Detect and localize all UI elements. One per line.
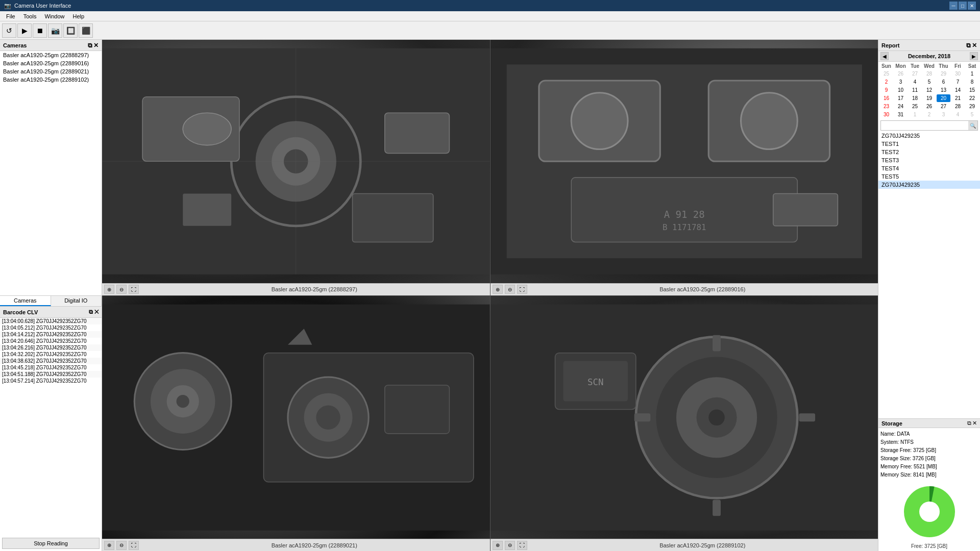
cal-day-0-3[interactable]: 28 (922, 70, 936, 78)
cal-day-4-1[interactable]: 24 (894, 103, 908, 110)
cal-day-2-1[interactable]: 10 (894, 86, 908, 94)
toolbar-btn-2[interactable]: ▶ (17, 23, 32, 38)
cal-day-2-6[interactable]: 15 (965, 86, 979, 94)
cal-day-3-6[interactable]: 22 (965, 94, 979, 102)
cal-day-1-3[interactable]: 5 (922, 78, 936, 86)
cam2-fit[interactable]: ⛶ (517, 285, 527, 294)
menu-window[interactable]: Window (40, 13, 68, 19)
cam1-fit[interactable]: ⛶ (129, 285, 139, 294)
restore-button[interactable]: □ (959, 2, 967, 10)
search-input[interactable] (881, 122, 968, 129)
toolbar-btn-1[interactable]: ↺ (2, 23, 16, 38)
cal-day-0-0[interactable]: 25 (879, 70, 893, 78)
cal-day-5-2[interactable]: 1 (908, 111, 922, 118)
report-item-2[interactable]: TEST2 (878, 148, 980, 156)
cam1-zoom-out[interactable]: ⊖ (116, 285, 127, 294)
menu-tools[interactable]: Tools (19, 13, 41, 19)
cal-day-4-2[interactable]: 25 (908, 103, 922, 110)
cal-next-button[interactable]: ▶ (970, 52, 978, 60)
cal-day-3-1[interactable]: 17 (894, 94, 908, 102)
report-item-4[interactable]: TEST4 (878, 164, 980, 172)
cal-day-4-6[interactable]: 29 (965, 103, 979, 110)
cal-day-2-0[interactable]: 9 (879, 86, 893, 94)
cam3-zoom-out[interactable]: ⊖ (116, 541, 127, 550)
report-item-3[interactable]: TEST3 (878, 156, 980, 164)
report-item-6[interactable]: ZG70JJ429235 (878, 181, 980, 189)
cal-day-0-4[interactable]: 29 (937, 70, 950, 78)
menu-help[interactable]: Help (69, 13, 89, 19)
report-item-5[interactable]: TEST5 (878, 172, 980, 181)
cal-day-4-0[interactable]: 23 (879, 103, 893, 110)
cal-day-3-0[interactable]: 16 (879, 94, 893, 102)
toolbar-btn-5[interactable]: 🔲 (63, 23, 78, 38)
toolbar-btn-3[interactable]: ⏹ (33, 23, 47, 38)
camera-item-3[interactable]: Basler acA1920-25gm (22889021) (0, 67, 102, 76)
cal-day-3-3[interactable]: 19 (922, 94, 936, 102)
minimize-button[interactable]: ─ (949, 2, 958, 10)
cam2-zoom-out[interactable]: ⊖ (505, 285, 515, 294)
cam1-zoom-in[interactable]: ⊕ (104, 285, 114, 294)
cameras-close-button[interactable]: ✕ (93, 42, 99, 49)
report-header-controls[interactable]: ⧉ ✕ (966, 42, 977, 49)
cal-day-2-4[interactable]: 13 (937, 86, 950, 94)
cal-day-5-1[interactable]: 31 (894, 111, 908, 118)
cal-day-2-2[interactable]: 11 (908, 86, 922, 94)
search-button[interactable]: 🔍 (968, 121, 977, 130)
cam4-zoom-in[interactable]: ⊕ (493, 541, 503, 550)
cam4-fit[interactable]: ⛶ (517, 541, 527, 550)
camera-item-4[interactable]: Basler acA1920-25gm (22889102) (0, 76, 102, 84)
cameras-float-button[interactable]: ⧉ (88, 42, 92, 49)
cal-day-3-4[interactable]: 20 (937, 94, 950, 102)
cal-day-5-3[interactable]: 2 (922, 111, 936, 118)
cal-day-1-0[interactable]: 2 (879, 78, 893, 86)
cal-day-1-4[interactable]: 6 (937, 78, 950, 86)
cal-day-3-5[interactable]: 21 (951, 94, 965, 102)
camera-item-1[interactable]: Basler acA1920-25gm (22888297) (0, 51, 102, 59)
tab-digital-io[interactable]: Digital IO (51, 296, 102, 306)
cal-day-5-4[interactable]: 3 (937, 111, 950, 118)
toolbar-btn-6[interactable]: ⬛ (79, 23, 93, 38)
close-button[interactable]: ✕ (968, 2, 976, 10)
barcode-header-controls[interactable]: ⧉ ✕ (89, 309, 99, 315)
report-float-button[interactable]: ⧉ (966, 42, 971, 49)
barcode-close-button[interactable]: ✕ (94, 309, 99, 315)
cal-day-1-5[interactable]: 7 (951, 78, 965, 86)
cam4-zoom-out[interactable]: ⊖ (505, 541, 515, 550)
cam2-zoom-in[interactable]: ⊕ (493, 285, 503, 294)
toolbar-btn-4[interactable]: 📷 (48, 23, 62, 38)
storage-header-controls[interactable]: ⧉ ✕ (967, 420, 977, 427)
cal-day-2-5[interactable]: 14 (951, 86, 965, 94)
cameras-header-controls[interactable]: ⧉ ✕ (88, 42, 99, 49)
cal-day-4-4[interactable]: 27 (937, 103, 950, 110)
report-item-1[interactable]: TEST1 (878, 140, 980, 148)
cal-day-4-5[interactable]: 28 (951, 103, 965, 110)
storage-close-button[interactable]: ✕ (972, 420, 977, 427)
window-controls[interactable]: ─ □ ✕ (949, 2, 976, 10)
cal-prev-button[interactable]: ◀ (880, 52, 889, 60)
cal-day-0-2[interactable]: 27 (908, 70, 922, 78)
menu-file[interactable]: File (2, 13, 19, 19)
camera-image-2: A 91 28 B 1171781 (491, 40, 878, 283)
cal-day-0-6[interactable]: 1 (965, 70, 979, 78)
cam3-fit[interactable]: ⛶ (129, 541, 139, 550)
cal-day-3-2[interactable]: 18 (908, 94, 922, 102)
cal-day-0-1[interactable]: 26 (894, 70, 908, 78)
report-item-0[interactable]: ZG70JJ429235 (878, 132, 980, 140)
barcode-float-button[interactable]: ⧉ (89, 309, 93, 315)
cal-day-1-6[interactable]: 8 (965, 78, 979, 86)
cal-day-4-3[interactable]: 26 (922, 103, 936, 110)
tab-cameras[interactable]: Cameras (0, 296, 51, 306)
cal-day-5-6[interactable]: 5 (965, 111, 979, 118)
cal-day-1-1[interactable]: 3 (894, 78, 908, 86)
cal-month-label: December, 2018 (889, 53, 970, 59)
report-close-button[interactable]: ✕ (972, 42, 977, 49)
cal-day-2-3[interactable]: 12 (922, 86, 936, 94)
cal-day-0-5[interactable]: 30 (951, 70, 965, 78)
camera-item-2[interactable]: Basler acA1920-25gm (22889016) (0, 59, 102, 67)
storage-float-button[interactable]: ⧉ (967, 420, 971, 427)
stop-reading-button[interactable]: Stop Reading (2, 538, 100, 549)
cal-day-5-0[interactable]: 30 (879, 111, 893, 118)
cam3-zoom-in[interactable]: ⊕ (104, 541, 114, 550)
cal-day-1-2[interactable]: 4 (908, 78, 922, 86)
cal-day-5-5[interactable]: 4 (951, 111, 965, 118)
